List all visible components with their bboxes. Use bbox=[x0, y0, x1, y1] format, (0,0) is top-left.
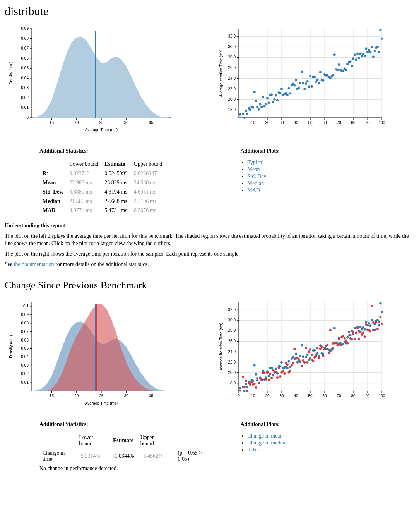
svg-text:20: 20 bbox=[74, 120, 79, 125]
svg-point-267 bbox=[267, 375, 270, 378]
svg-point-444 bbox=[379, 316, 381, 318]
svg-point-377 bbox=[283, 372, 286, 375]
svg-point-338 bbox=[369, 325, 371, 327]
svg-point-347 bbox=[239, 390, 241, 392]
svg-point-78 bbox=[273, 98, 275, 100]
svg-text:Average Iteration Time (ms): Average Iteration Time (ms) bbox=[219, 49, 223, 97]
svg-text:20: 20 bbox=[74, 394, 79, 398]
svg-text:32.0: 32.0 bbox=[228, 34, 236, 38]
svg-text:40: 40 bbox=[294, 120, 298, 125]
link-change-median[interactable]: Change in median bbox=[248, 440, 287, 446]
link-mad[interactable]: MAD bbox=[248, 187, 260, 193]
svg-point-434 bbox=[365, 323, 367, 326]
svg-point-391 bbox=[303, 362, 306, 364]
svg-point-405 bbox=[323, 348, 326, 350]
svg-point-293 bbox=[304, 356, 307, 358]
svg-point-423 bbox=[349, 337, 351, 340]
svg-point-299 bbox=[313, 349, 316, 352]
col-estimate: Estimate bbox=[101, 160, 131, 169]
svg-point-335 bbox=[365, 321, 367, 323]
svg-point-132 bbox=[351, 65, 353, 67]
svg-point-425 bbox=[352, 333, 354, 335]
row-std: Std. Dev. bbox=[39, 187, 66, 197]
svg-point-99 bbox=[303, 88, 306, 90]
svg-point-426 bbox=[353, 338, 356, 340]
svg-point-445 bbox=[381, 323, 383, 325]
svg-point-87 bbox=[286, 94, 288, 96]
svg-text:0.08: 0.08 bbox=[21, 36, 29, 41]
row-change-time: Change in time bbox=[39, 448, 76, 464]
svg-text:0.03: 0.03 bbox=[21, 364, 29, 368]
additional-plots-heading: Additional Plots: bbox=[241, 148, 415, 154]
link-typical[interactable]: Typical bbox=[248, 160, 264, 165]
svg-text:32.0: 32.0 bbox=[228, 308, 236, 312]
svg-point-103 bbox=[309, 75, 311, 77]
col-estimate-2: Estimate bbox=[110, 433, 137, 448]
svg-point-345 bbox=[379, 302, 381, 305]
link-mean[interactable]: Mean bbox=[248, 166, 260, 172]
col-upper-2: Upper bound bbox=[137, 433, 171, 448]
svg-point-109 bbox=[318, 82, 320, 84]
svg-text:24.0: 24.0 bbox=[228, 350, 236, 354]
svg-text:70: 70 bbox=[337, 394, 341, 398]
svg-point-138 bbox=[359, 52, 361, 55]
link-std[interactable]: Std. Dev. bbox=[248, 173, 268, 179]
pdf-chart-compare[interactable]: 15202530350.010.020.030.040.050.060.070.… bbox=[5, 298, 175, 410]
svg-point-358 bbox=[256, 377, 258, 379]
svg-point-356 bbox=[253, 383, 255, 385]
svg-point-68 bbox=[259, 103, 261, 105]
svg-point-79 bbox=[275, 94, 277, 97]
svg-text:22.0: 22.0 bbox=[228, 87, 236, 91]
link-change-mean[interactable]: Change in mean bbox=[248, 433, 283, 439]
svg-text:24.0: 24.0 bbox=[228, 76, 236, 81]
svg-point-120 bbox=[333, 53, 335, 56]
svg-point-381 bbox=[289, 370, 291, 372]
scatter-chart-current[interactable]: 10203040506070809010018.020.022.024.026.… bbox=[215, 25, 386, 137]
link-median[interactable]: Median bbox=[248, 180, 264, 186]
svg-point-123 bbox=[338, 63, 340, 66]
svg-point-291 bbox=[302, 356, 304, 358]
svg-point-102 bbox=[308, 85, 310, 88]
svg-point-101 bbox=[306, 80, 308, 82]
additional-stats-heading: Additional Statistics: bbox=[39, 148, 214, 154]
svg-text:15: 15 bbox=[50, 120, 54, 125]
svg-point-73 bbox=[266, 97, 269, 99]
svg-point-131 bbox=[349, 60, 351, 63]
svg-point-332 bbox=[361, 328, 363, 331]
svg-point-257 bbox=[253, 364, 255, 367]
svg-point-147 bbox=[372, 55, 374, 58]
svg-point-319 bbox=[342, 343, 344, 345]
svg-point-393 bbox=[306, 361, 308, 364]
svg-text:50: 50 bbox=[308, 120, 313, 125]
link-ttest[interactable]: T-Test bbox=[248, 447, 261, 453]
link-documentation[interactable]: the documentation bbox=[14, 261, 54, 267]
svg-text:30: 30 bbox=[279, 120, 284, 125]
svg-point-364 bbox=[265, 378, 267, 381]
svg-point-61 bbox=[249, 108, 251, 111]
svg-text:0.09: 0.09 bbox=[21, 26, 29, 31]
svg-point-366 bbox=[267, 379, 270, 381]
svg-point-442 bbox=[376, 328, 378, 330]
svg-point-281 bbox=[287, 360, 290, 363]
svg-point-373 bbox=[277, 367, 280, 369]
svg-point-126 bbox=[342, 69, 344, 72]
svg-point-272 bbox=[275, 368, 277, 370]
svg-point-63 bbox=[252, 106, 254, 109]
svg-point-416 bbox=[339, 344, 341, 346]
svg-point-414 bbox=[336, 344, 339, 347]
svg-point-263 bbox=[262, 370, 264, 372]
svg-point-137 bbox=[357, 57, 360, 59]
svg-point-305 bbox=[322, 353, 324, 355]
svg-point-108 bbox=[316, 79, 318, 81]
svg-text:25: 25 bbox=[99, 394, 104, 398]
col-lower: Lower bound bbox=[66, 160, 101, 169]
svg-text:20: 20 bbox=[265, 120, 270, 125]
understanding-p1: The plot on the left displays the averag… bbox=[5, 233, 414, 247]
svg-point-400 bbox=[316, 347, 318, 350]
pdf-chart-current[interactable]: 152025303500.010.020.030.040.050.060.070… bbox=[5, 25, 175, 137]
scatter-chart-compare[interactable]: 010203040506070809010018.020.022.024.026… bbox=[215, 298, 386, 410]
change-verdict: No change in performance detected. bbox=[39, 465, 214, 472]
svg-point-95 bbox=[298, 87, 300, 89]
svg-text:28.0: 28.0 bbox=[228, 55, 236, 59]
svg-text:25: 25 bbox=[99, 120, 104, 125]
